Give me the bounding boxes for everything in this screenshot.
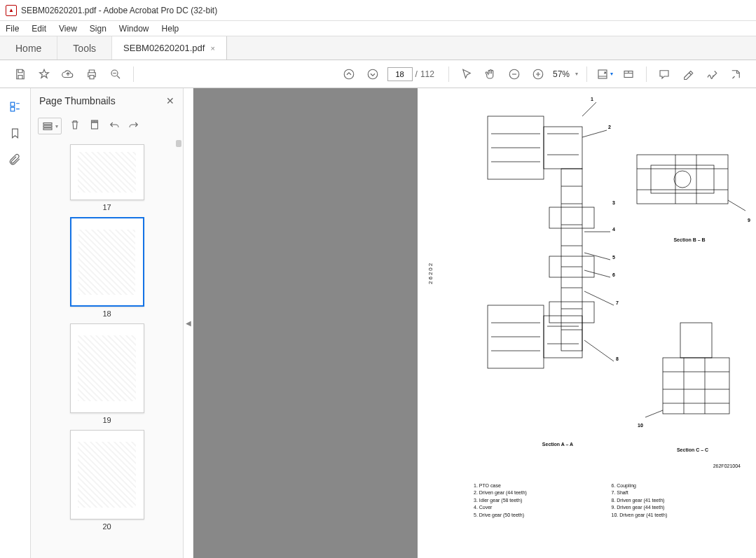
callout-3: 3 (612, 200, 615, 205)
find-button[interactable] (106, 64, 125, 84)
select-tool-button[interactable] (457, 64, 476, 84)
zoom-dropdown-icon[interactable]: ▾ (572, 71, 581, 77)
menu-window[interactable]: Window (119, 24, 149, 34)
tab-tools[interactable]: Tools (57, 36, 112, 60)
page-view[interactable]: 26202 (193, 88, 756, 558)
tab-home[interactable]: Home (0, 36, 57, 60)
undo-icon[interactable] (108, 118, 121, 134)
more-tools-button[interactable] (726, 64, 745, 84)
thumbnail-number: 18 (102, 309, 111, 318)
page-separator: / (415, 69, 418, 79)
attachments-tab-icon[interactable] (6, 150, 25, 169)
main-toolbar: / 112 57% ▾ ▾ (0, 60, 756, 88)
menu-sign[interactable]: Sign (90, 24, 106, 34)
svg-rect-34 (663, 358, 729, 414)
svg-line-17 (582, 130, 607, 137)
highlight-button[interactable] (678, 64, 698, 84)
delete-page-icon[interactable] (69, 118, 81, 134)
thumbnails-list[interactable]: 17 18 19 20 (31, 139, 183, 558)
svg-line-16 (582, 102, 596, 116)
window-title: SEBM02620201.pdf - Adobe Acrobat Pro DC … (21, 6, 217, 15)
thumbnails-header: Page Thumbnails ✕ (31, 88, 183, 113)
title-bar: ▲ SEBM02620201.pdf - Adobe Acrobat Pro D… (0, 0, 756, 21)
save-button[interactable] (11, 64, 30, 84)
side-page-number: 26202 (427, 262, 434, 284)
page-display-button[interactable]: ▾ (595, 64, 614, 84)
thumbnail-17[interactable]: 17 (70, 144, 144, 211)
menu-bar: File Edit View Sign Window Help (0, 21, 756, 36)
thumbnails-tab-icon[interactable] (6, 97, 25, 116)
collapse-panel-button[interactable]: ◀ (184, 88, 193, 558)
svg-point-1 (344, 69, 354, 79)
svg-rect-9 (43, 123, 52, 125)
svg-line-27 (584, 291, 614, 305)
tab-close-icon[interactable]: × (210, 44, 214, 53)
svg-rect-30 (651, 165, 714, 193)
thumbnails-title: Page Thumbnails (39, 95, 116, 106)
svg-point-2 (368, 69, 378, 79)
thumbnails-options-button[interactable]: ▾ (38, 118, 62, 134)
menu-view[interactable]: View (59, 24, 77, 34)
svg-rect-19 (549, 207, 594, 228)
thumbnail-18[interactable]: 18 (70, 217, 144, 318)
page-up-button[interactable] (339, 64, 359, 84)
menu-help[interactable]: Help (162, 24, 179, 34)
svg-rect-12 (92, 123, 98, 129)
bookmarks-tab-icon[interactable] (6, 123, 25, 143)
svg-rect-29 (637, 155, 728, 204)
page-number-input[interactable] (387, 67, 413, 81)
read-mode-button[interactable] (619, 64, 638, 84)
cloud-button[interactable] (58, 64, 78, 84)
page-down-button[interactable] (363, 64, 383, 84)
callout-6: 6 (612, 272, 615, 277)
star-button[interactable] (34, 64, 54, 84)
rotate-page-icon[interactable] (88, 118, 101, 134)
legend-item: 1. PTO case (474, 482, 612, 490)
svg-rect-21 (549, 302, 594, 323)
redo-icon[interactable] (128, 118, 140, 134)
svg-rect-11 (43, 128, 52, 130)
legend-item: 2. Driven gear (44 teeth) (474, 489, 612, 497)
hand-tool-button[interactable] (481, 64, 500, 84)
callout-10: 10 (638, 423, 643, 428)
svg-rect-10 (43, 125, 52, 127)
zoom-level[interactable]: 57% (550, 69, 572, 79)
comment-button[interactable] (654, 64, 674, 84)
zoom-in-button[interactable] (528, 64, 548, 84)
legend-item: 10. Driven gear (41 teeth) (612, 512, 750, 519)
section-c-label: Section C – C (642, 447, 743, 452)
menu-edit[interactable]: Edit (32, 24, 46, 34)
section-c-drawing: 10 Section C – C (642, 319, 743, 452)
callout-1: 1 (591, 97, 593, 102)
legend-item: 5. Drive gear (50 teeth) (474, 512, 612, 519)
svg-line-26 (584, 270, 610, 277)
svg-rect-8 (11, 107, 15, 111)
pdf-file-icon: ▲ (6, 5, 17, 16)
tab-document[interactable]: SEBM02620201.pdf × (112, 36, 227, 60)
toolbar-separator (646, 67, 647, 82)
parts-legend: 1. PTO case 2. Driven gear (44 teeth) 3.… (474, 482, 749, 519)
side-rail (0, 88, 31, 558)
legend-item: 7. Shaft (612, 489, 750, 497)
legend-item: 9. Driven gear (44 teeth) (612, 504, 750, 512)
callout-2: 2 (608, 125, 611, 130)
svg-point-31 (674, 171, 691, 188)
section-a-label: Section A – A (467, 442, 649, 447)
page-gutter (193, 88, 418, 558)
legend-item: 8. Driven gear (41 teeth) (612, 497, 750, 505)
svg-rect-33 (680, 323, 712, 358)
callout-8: 8 (616, 356, 619, 361)
legend-item: 6. Coupling (612, 482, 750, 490)
section-a-drawing: 1 2 4 5 6 7 8 3 Section A – A (467, 95, 649, 445)
print-button[interactable] (82, 64, 102, 84)
svg-line-28 (584, 340, 614, 361)
zoom-out-button[interactable] (504, 64, 524, 84)
section-b-drawing: 9 Section B – B (630, 137, 749, 242)
panel-close-icon[interactable]: ✕ (166, 95, 174, 106)
thumbnail-19[interactable]: 19 (70, 323, 144, 424)
sign-button[interactable] (702, 64, 722, 84)
page-total: 112 (420, 69, 434, 79)
scroll-indicator (176, 140, 181, 147)
thumbnail-20[interactable]: 20 (70, 430, 144, 531)
menu-file[interactable]: File (6, 24, 19, 34)
